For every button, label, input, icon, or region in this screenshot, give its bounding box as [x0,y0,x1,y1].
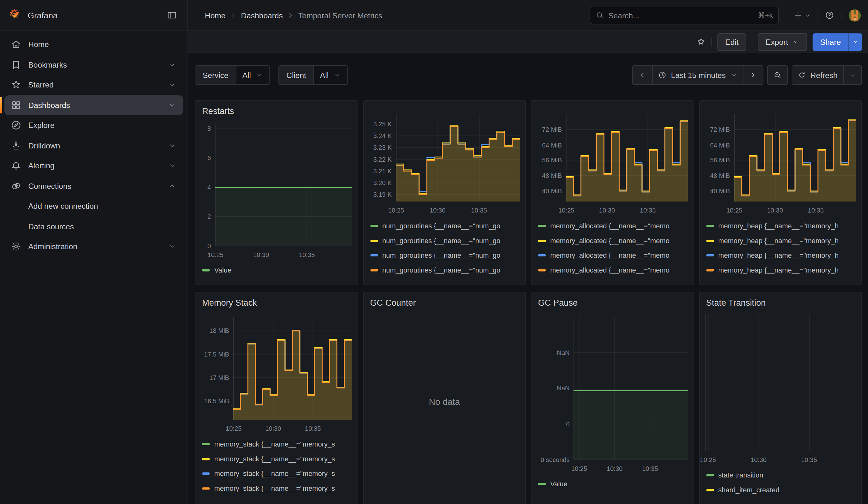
legend-swatch [706,225,714,227]
sidebar-item-starred[interactable]: Starred [4,75,183,95]
legend-item[interactable]: num_goroutines {__name__="num_go [370,222,519,230]
chart-plot-area[interactable] [215,123,352,245]
panel-title[interactable]: Goroutines [370,105,519,106]
panel-title[interactable]: GC Counter [370,297,519,309]
y-axis-label: 48 MiB [710,172,730,179]
x-axis-label: 10:25 [226,425,241,432]
legend-item[interactable]: num_goroutines {__name__="num_go [370,251,519,260]
filter-value-dropdown[interactable]: All [236,66,269,84]
legend-item[interactable]: memory_allocated {__name__="memo [538,236,688,245]
legend-item[interactable]: memory_stack {__name__="memory_s [202,454,352,463]
x-axis-label: 10:25 [726,207,742,214]
legend-label: memory_heap {__name__="memory_h [719,237,839,245]
sidebar-item-explore[interactable]: Explore [4,115,183,135]
breadcrumb-home[interactable]: Home [205,11,226,20]
chart: 72 MiB64 MiB56 MiB48 MiB40 MiB [705,114,856,202]
bookmark-icon [10,59,21,70]
legend: memory_stack {__name__="memory_smemory_s… [202,440,352,498]
chart-plot-area[interactable] [705,313,856,451]
legend-swatch [538,483,546,485]
avatar[interactable] [848,9,861,22]
legend-swatch [538,254,546,256]
sidebar-item-home[interactable]: Home [4,34,183,55]
export-button[interactable]: Export [758,33,807,51]
help-button[interactable] [825,10,834,20]
legend-item[interactable]: state transition [706,471,856,480]
legend-item[interactable]: memory_heap {__name__="memory_h [706,266,856,275]
legend-item[interactable]: memory_stack {__name__="memory_s [202,440,352,449]
refresh-interval-button[interactable] [843,66,861,84]
y-axis-label: 0 [207,242,211,249]
star-dashboard-button[interactable] [696,37,706,47]
chart-plot-area[interactable] [395,114,520,202]
panel-title[interactable]: Memory Heap [706,105,856,106]
chevron-down-icon [168,243,176,251]
grafana-logo-icon[interactable] [8,8,22,22]
legend-item[interactable]: memory_stack {__name__="memory_s [202,469,352,478]
share-dropdown-button[interactable] [849,33,862,51]
time-shift-back-button[interactable] [633,66,652,84]
panel-title[interactable]: Memory Allocated [538,105,688,106]
search-shortcut: ⌘+k [758,11,773,19]
legend-item[interactable]: memory_heap {__name__="memory_h [706,222,856,230]
refresh-button[interactable]: Refresh [792,66,843,84]
panel-title[interactable]: Memory Stack [202,297,352,309]
legend-swatch [706,240,714,242]
x-axis-label: 10:35 [471,207,487,214]
legend-item[interactable]: memory_allocated {__name__="memo [538,222,688,230]
filter-client: ClientAll [279,65,348,85]
sidebar-item-bookmarks[interactable]: Bookmarks [4,55,183,75]
legend-label: memory_stack {__name__="memory_s [214,440,335,448]
y-axis-label: 3.22 K [373,156,392,163]
panel-title[interactable]: State Transition [706,297,856,306]
chart-plot-area[interactable] [233,317,352,420]
chart-plot-area[interactable] [566,114,688,202]
legend-item[interactable]: num_goroutines {__name__="num_go [370,236,519,245]
edit-button[interactable]: Edit [717,33,746,51]
filter-value-dropdown[interactable]: All [313,66,347,84]
legend-item[interactable]: memory_allocated {__name__="memo [538,266,688,275]
new-button[interactable] [793,10,811,20]
y-axis: 3.25 K3.24 K3.23 K3.22 K3.21 K3.20 K3.19… [369,114,395,202]
sidebar-item-data-sources[interactable]: Data sources [4,216,183,237]
x-axis: 10:2510:3010:35 [574,465,688,472]
legend-label: memory_allocated {__name__="memo [550,222,670,230]
legend-item[interactable]: Value [202,266,352,275]
share-button[interactable]: Share [813,33,849,51]
refresh-icon [798,71,806,79]
panel-title[interactable]: GC Pause [538,297,688,309]
legend-item[interactable]: memory_allocated {__name__="memo [538,251,688,260]
zoom-out-button[interactable] [768,66,787,84]
star-icon [10,79,21,90]
breadcrumb-dashboards[interactable]: Dashboards [241,11,283,20]
chart-plot-area[interactable] [574,317,688,460]
sidebar-item-dashboards[interactable]: Dashboards [4,95,183,115]
filter-label: Client [279,66,313,84]
sidebar-item-administration[interactable]: Administration [4,237,183,257]
filter-label: Service [195,66,236,84]
sidebar: HomeBookmarksStarredDashboardsExploreDri… [0,31,188,504]
legend-item[interactable]: num_goroutines {__name__="num_go [370,266,519,275]
sidebar-item-drilldown[interactable]: Drilldown [4,135,183,156]
legend-item[interactable]: memory_stack {__name__="memory_s [202,484,352,493]
chart-canvas [233,317,352,420]
dock-menu-button[interactable] [164,8,179,23]
avatar-image [848,9,861,22]
time-shift-forward-button[interactable] [743,66,763,84]
legend-item[interactable]: shard_item_created [706,485,856,494]
legend: memory_allocated {__name__="memomemory_a… [538,222,688,280]
legend-swatch [706,489,714,491]
legend-item[interactable]: memory_heap {__name__="memory_h [706,236,856,245]
sidebar-item-add-new-connection[interactable]: Add new connection [4,196,183,216]
sidebar-item-alerting[interactable]: Alerting [4,156,183,176]
chevron-down-icon [731,72,737,78]
chart-plot-area[interactable] [734,114,856,202]
panel-title[interactable]: Restarts [202,105,352,115]
legend-item[interactable]: memory_heap {__name__="memory_h [706,251,856,260]
sidebar-item-connections[interactable]: Connections [4,176,183,196]
time-range-picker[interactable]: Last 15 minutes [652,66,743,84]
legend-item[interactable]: Value [538,480,688,488]
chevron-down-icon [849,72,856,78]
chevron-right-icon [229,11,237,19]
search-input[interactable]: Search... ⌘+k [590,6,779,24]
